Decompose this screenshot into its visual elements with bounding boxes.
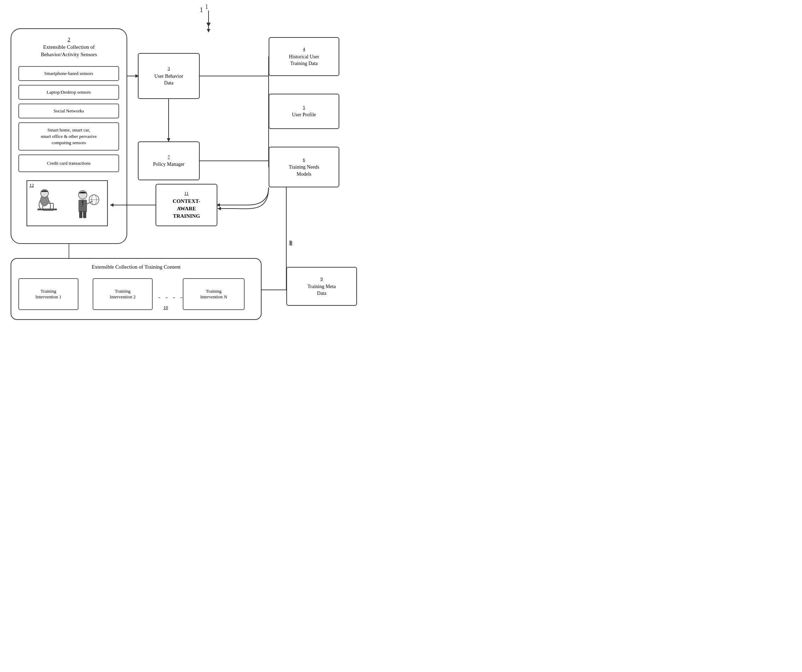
- figure-number: 1: [200, 6, 203, 14]
- training-needs-label: Training NeedsModels: [289, 164, 319, 178]
- laptop-sensor-box: Laptop/Desktop sensors: [18, 85, 119, 100]
- tin-box: TrainingIntervention N: [183, 278, 244, 310]
- user-profile-box: 5 User Profile: [268, 94, 339, 129]
- hist-training-label: Historical UserTraining Data: [289, 53, 319, 67]
- sensors-ref: 2: [68, 37, 70, 42]
- context-aware-box: 11 CONTEXT-AWARETRAINING: [155, 184, 217, 226]
- svg-marker-51: [217, 207, 221, 211]
- diagram-container: 1 2 Extensible Collection ofBehavior/Act…: [0, 0, 401, 336]
- policy-manager-box: 7 Policy Manager: [138, 141, 200, 180]
- svg-marker-1: [207, 29, 210, 32]
- credit-label: Credit card transactions: [47, 160, 91, 166]
- social-sensor-box: Social Networks: [18, 104, 119, 118]
- tin-label: TrainingIntervention N: [200, 288, 227, 300]
- user-profile-ref: 5: [303, 104, 306, 111]
- training-meta-box: 9 Training MetaData: [286, 267, 357, 306]
- svg-text:1: 1: [205, 3, 208, 10]
- training-meta-label: Training MetaData: [307, 283, 336, 297]
- laptop-label: Laptop/Desktop sensors: [47, 89, 91, 95]
- training-needs-box: 6 Training NeedsModels: [268, 147, 339, 187]
- sensors-title: 2 Extensible Collection ofBehavior/Activ…: [26, 36, 112, 58]
- user-behavior-ref: 3: [168, 65, 170, 72]
- training-needs-ref: 6: [303, 157, 306, 163]
- ti1-label: TrainingIntervention 1: [36, 288, 61, 300]
- social-label: Social Networks: [53, 108, 84, 114]
- ti1-box: TrainingIntervention 1: [18, 278, 78, 310]
- training-content-outer: Extensible Collection of Training Conten…: [11, 258, 262, 320]
- ti2-box: TrainingIntervention 2: [92, 278, 153, 310]
- user-image-box: 12: [26, 180, 108, 226]
- hist-training-box: 4 Historical UserTraining Data: [268, 37, 339, 76]
- user-image-ref: 12: [29, 182, 34, 188]
- policy-manager-label: Policy Manager: [153, 161, 184, 168]
- svg-rect-31: [79, 211, 82, 218]
- smarthome-label: Smart home, smart car,smart office & oth…: [40, 127, 97, 146]
- user-profile-label: User Profile: [292, 111, 316, 118]
- training-meta-ref: 9: [320, 276, 323, 282]
- hist-training-ref: 4: [303, 46, 306, 52]
- training-content-title: Extensible Collection of Training Conten…: [92, 264, 181, 270]
- ti2-label: TrainingIntervention 2: [110, 288, 135, 300]
- smartphone-label: Smartphone-based sensors: [44, 71, 93, 76]
- svg-marker-39: [207, 23, 211, 27]
- person-illustration: [27, 181, 107, 225]
- credit-sensor-box: Credit card transactions: [18, 154, 119, 172]
- context-aware-label: CONTEXT-AWARETRAINING: [173, 198, 200, 220]
- sensors-label: Extensible Collection ofBehavior/Activit…: [41, 44, 97, 57]
- user-behavior-box: 3 User BehaviorData: [138, 53, 200, 99]
- policy-manager-ref: 7: [168, 154, 170, 160]
- svg-rect-32: [83, 211, 86, 218]
- context-aware-ref: 11: [184, 190, 189, 196]
- ti-dashes: - - - -: [158, 292, 184, 301]
- smartphone-sensor-box: Smartphone-based sensors: [18, 66, 119, 81]
- connector-ref-8: 8: [290, 240, 292, 246]
- person1-svg: [34, 186, 66, 221]
- smarthome-sensor-box: Smart home, smart car,smart office & oth…: [18, 122, 119, 151]
- person2-svg: [69, 186, 100, 221]
- ti-dashes-ref: 10: [163, 305, 168, 310]
- user-behavior-label: User BehaviorData: [154, 73, 183, 87]
